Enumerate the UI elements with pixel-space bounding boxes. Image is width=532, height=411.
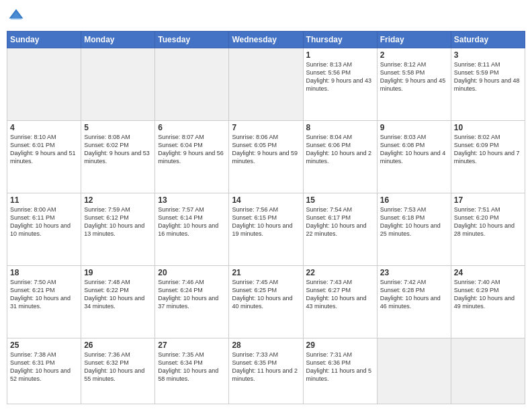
- day-info: Sunrise: 7:50 AM Sunset: 6:21 PM Dayligh…: [10, 278, 78, 311]
- day-number: 13: [158, 195, 226, 205]
- day-number: 7: [232, 123, 300, 132]
- calendar-cell: 12Sunrise: 7:59 AM Sunset: 6:12 PM Dayli…: [81, 193, 155, 265]
- week-row-0: 1Sunrise: 8:13 AM Sunset: 5:56 PM Daylig…: [7, 48, 525, 121]
- day-info: Sunrise: 7:54 AM Sunset: 6:17 PM Dayligh…: [306, 205, 374, 238]
- day-info: Sunrise: 7:42 AM Sunset: 6:28 PM Dayligh…: [380, 278, 448, 311]
- day-info: Sunrise: 7:36 AM Sunset: 6:32 PM Dayligh…: [84, 351, 152, 383]
- calendar-cell: 19Sunrise: 7:48 AM Sunset: 6:22 PM Dayli…: [81, 265, 155, 338]
- calendar-cell: 18Sunrise: 7:50 AM Sunset: 6:21 PM Dayli…: [7, 265, 81, 338]
- day-info: Sunrise: 7:45 AM Sunset: 6:25 PM Dayligh…: [232, 278, 300, 311]
- day-info: Sunrise: 7:31 AM Sunset: 6:36 PM Dayligh…: [306, 351, 374, 383]
- day-info: Sunrise: 7:33 AM Sunset: 6:35 PM Dayligh…: [232, 351, 300, 383]
- day-info: Sunrise: 8:12 AM Sunset: 5:58 PM Dayligh…: [380, 60, 448, 93]
- calendar-table: SundayMondayTuesdayWednesdayThursdayFrid…: [7, 31, 525, 404]
- day-info: Sunrise: 8:00 AM Sunset: 6:11 PM Dayligh…: [10, 205, 78, 238]
- day-number: 1: [306, 50, 374, 60]
- day-header-thursday: Thursday: [303, 32, 377, 48]
- calendar-cell: 25Sunrise: 7:38 AM Sunset: 6:31 PM Dayli…: [7, 338, 81, 404]
- calendar-cell: 2Sunrise: 8:12 AM Sunset: 5:58 PM Daylig…: [377, 48, 451, 121]
- day-number: 25: [10, 340, 78, 350]
- calendar-cell: 10Sunrise: 8:02 AM Sunset: 6:09 PM Dayli…: [451, 120, 525, 193]
- day-header-monday: Monday: [81, 32, 155, 48]
- day-number: 8: [306, 123, 374, 132]
- calendar-cell: 22Sunrise: 7:43 AM Sunset: 6:27 PM Dayli…: [303, 265, 377, 338]
- calendar-cell: 15Sunrise: 7:54 AM Sunset: 6:17 PM Dayli…: [303, 193, 377, 265]
- calendar-cell: 11Sunrise: 8:00 AM Sunset: 6:11 PM Dayli…: [7, 193, 81, 265]
- day-info: Sunrise: 7:51 AM Sunset: 6:20 PM Dayligh…: [454, 205, 522, 238]
- day-number: 15: [306, 195, 374, 205]
- week-row-2: 11Sunrise: 8:00 AM Sunset: 6:11 PM Dayli…: [7, 193, 525, 265]
- day-number: 20: [158, 268, 226, 277]
- day-info: Sunrise: 8:06 AM Sunset: 6:05 PM Dayligh…: [232, 133, 300, 166]
- day-number: 24: [454, 268, 522, 277]
- day-number: 14: [232, 195, 300, 205]
- day-number: 29: [306, 340, 374, 350]
- day-number: 4: [10, 123, 78, 132]
- day-info: Sunrise: 8:04 AM Sunset: 6:06 PM Dayligh…: [306, 133, 374, 166]
- calendar-cell: 6Sunrise: 8:07 AM Sunset: 6:04 PM Daylig…: [155, 120, 229, 193]
- calendar-cell: [377, 338, 451, 404]
- calendar-cell: 29Sunrise: 7:31 AM Sunset: 6:36 PM Dayli…: [303, 338, 377, 404]
- page: SundayMondayTuesdayWednesdayThursdayFrid…: [0, 0, 532, 411]
- day-info: Sunrise: 7:53 AM Sunset: 6:18 PM Dayligh…: [380, 205, 448, 238]
- day-info: Sunrise: 7:59 AM Sunset: 6:12 PM Dayligh…: [84, 205, 152, 238]
- day-number: 16: [380, 195, 448, 205]
- day-number: 27: [158, 340, 226, 350]
- day-header-sunday: Sunday: [7, 32, 81, 48]
- day-number: 6: [158, 123, 226, 132]
- logo: [7, 7, 28, 26]
- calendar-cell: 16Sunrise: 7:53 AM Sunset: 6:18 PM Dayli…: [377, 193, 451, 265]
- day-number: 12: [84, 195, 152, 205]
- day-number: 26: [84, 340, 152, 350]
- day-info: Sunrise: 8:11 AM Sunset: 5:59 PM Dayligh…: [454, 60, 522, 93]
- calendar-cell: 3Sunrise: 8:11 AM Sunset: 5:59 PM Daylig…: [451, 48, 525, 121]
- day-info: Sunrise: 7:38 AM Sunset: 6:31 PM Dayligh…: [10, 351, 78, 383]
- calendar-cell: [155, 48, 229, 121]
- day-info: Sunrise: 8:07 AM Sunset: 6:04 PM Dayligh…: [158, 133, 226, 166]
- day-info: Sunrise: 8:08 AM Sunset: 6:02 PM Dayligh…: [84, 133, 152, 166]
- calendar-cell: 17Sunrise: 7:51 AM Sunset: 6:20 PM Dayli…: [451, 193, 525, 265]
- day-info: Sunrise: 7:40 AM Sunset: 6:29 PM Dayligh…: [454, 278, 522, 311]
- calendar-cell: [81, 48, 155, 121]
- day-header-wednesday: Wednesday: [229, 32, 303, 48]
- calendar-cell: [229, 48, 303, 121]
- week-row-4: 25Sunrise: 7:38 AM Sunset: 6:31 PM Dayli…: [7, 338, 525, 404]
- day-info: Sunrise: 7:57 AM Sunset: 6:14 PM Dayligh…: [158, 205, 226, 238]
- day-info: Sunrise: 8:02 AM Sunset: 6:09 PM Dayligh…: [454, 133, 522, 166]
- calendar-cell: 9Sunrise: 8:03 AM Sunset: 6:08 PM Daylig…: [377, 120, 451, 193]
- calendar-cell: 8Sunrise: 8:04 AM Sunset: 6:06 PM Daylig…: [303, 120, 377, 193]
- day-info: Sunrise: 7:43 AM Sunset: 6:27 PM Dayligh…: [306, 278, 374, 311]
- week-row-3: 18Sunrise: 7:50 AM Sunset: 6:21 PM Dayli…: [7, 265, 525, 338]
- day-info: Sunrise: 7:56 AM Sunset: 6:15 PM Dayligh…: [232, 205, 300, 238]
- day-number: 5: [84, 123, 152, 132]
- day-number: 22: [306, 268, 374, 277]
- header: [7, 7, 525, 26]
- day-number: 10: [454, 123, 522, 132]
- day-header-tuesday: Tuesday: [155, 32, 229, 48]
- calendar-cell: 28Sunrise: 7:33 AM Sunset: 6:35 PM Dayli…: [229, 338, 303, 404]
- calendar-cell: 24Sunrise: 7:40 AM Sunset: 6:29 PM Dayli…: [451, 265, 525, 338]
- calendar-cell: [7, 48, 81, 121]
- day-number: 21: [232, 268, 300, 277]
- day-number: 18: [10, 268, 78, 277]
- calendar-cell: 1Sunrise: 8:13 AM Sunset: 5:56 PM Daylig…: [303, 48, 377, 121]
- calendar-cell: 21Sunrise: 7:45 AM Sunset: 6:25 PM Dayli…: [229, 265, 303, 338]
- day-number: 28: [232, 340, 300, 350]
- day-number: 2: [380, 50, 448, 60]
- days-header-row: SundayMondayTuesdayWednesdayThursdayFrid…: [7, 32, 525, 48]
- calendar-cell: 26Sunrise: 7:36 AM Sunset: 6:32 PM Dayli…: [81, 338, 155, 404]
- calendar-cell: 5Sunrise: 8:08 AM Sunset: 6:02 PM Daylig…: [81, 120, 155, 193]
- calendar-cell: 14Sunrise: 7:56 AM Sunset: 6:15 PM Dayli…: [229, 193, 303, 265]
- day-info: Sunrise: 8:10 AM Sunset: 6:01 PM Dayligh…: [10, 133, 78, 166]
- day-info: Sunrise: 7:48 AM Sunset: 6:22 PM Dayligh…: [84, 278, 152, 311]
- day-number: 17: [454, 195, 522, 205]
- calendar-cell: 13Sunrise: 7:57 AM Sunset: 6:14 PM Dayli…: [155, 193, 229, 265]
- logo-icon: [7, 7, 26, 26]
- calendar-cell: [451, 338, 525, 404]
- day-number: 11: [10, 195, 78, 205]
- day-header-saturday: Saturday: [451, 32, 525, 48]
- day-info: Sunrise: 8:03 AM Sunset: 6:08 PM Dayligh…: [380, 133, 448, 166]
- calendar-cell: 4Sunrise: 8:10 AM Sunset: 6:01 PM Daylig…: [7, 120, 81, 193]
- day-header-friday: Friday: [377, 32, 451, 48]
- calendar-cell: 23Sunrise: 7:42 AM Sunset: 6:28 PM Dayli…: [377, 265, 451, 338]
